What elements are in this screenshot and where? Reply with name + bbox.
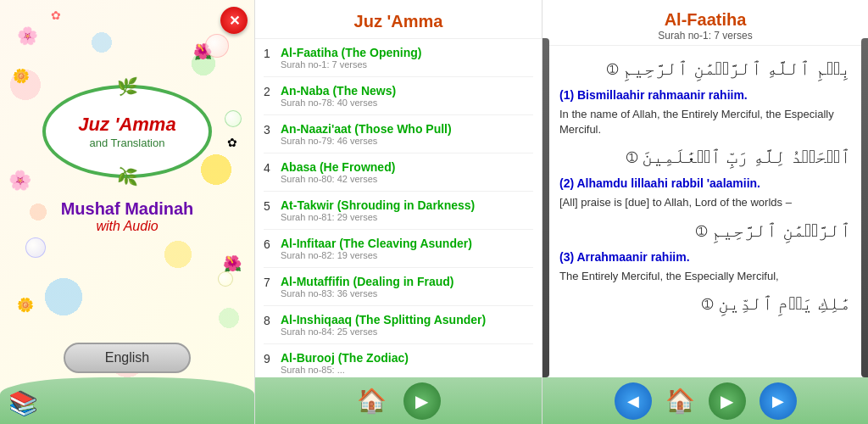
- surah-name: An-Naba (The News): [281, 84, 533, 98]
- surah-list: 1 Al-Faatiha (The Opening) Surah no-1: 7…: [255, 39, 542, 377]
- surah-number: 1: [264, 46, 281, 60]
- surah-detail: Surah no-83: 36 verses: [281, 288, 533, 298]
- verse-translation: The Entirely Merciful, the Especially Me…: [559, 269, 851, 284]
- surah-list-item[interactable]: 9 Al-Burooj (The Zodiac) Surah no-85: ..…: [264, 344, 533, 377]
- surah-list-item[interactable]: 6 Al-Infitaar (The Cleaving Asunder) Sur…: [264, 230, 533, 268]
- middle-header: Juz 'Amma: [255, 0, 542, 39]
- surah-info: An-Naazi'aat (Those Who Pull) Surah no-7…: [281, 122, 533, 146]
- surah-list-item[interactable]: 8 Al-Inshiqaaq (The Splitting Asunder) S…: [264, 306, 533, 344]
- left-panel: 🌸 ✿ 🌺 🌼 🌸 🌺 🌼 ✿ ✕ Juz 'Amma and Translat…: [0, 0, 254, 424]
- surah-name: Al-Faatiha (The Opening): [281, 46, 533, 59]
- home-icon[interactable]: 🏠: [357, 387, 387, 415]
- bubble-decoration: [205, 34, 229, 58]
- bubble-decoration: [225, 110, 242, 127]
- surah-detail: Surah no-82: 19 verses: [281, 250, 533, 260]
- surah-title: Al-Faatiha: [551, 10, 860, 30]
- verse-translation: [All] praise is [due] to Allah, Lord of …: [559, 195, 851, 210]
- surah-info: Al-Inshiqaaq (The Splitting Asunder) Sur…: [281, 313, 533, 337]
- close-button[interactable]: ✕: [220, 7, 248, 34]
- surah-name: Al-Inshiqaaq (The Splitting Asunder): [281, 313, 533, 326]
- surah-info: Al-Burooj (The Zodiac) Surah no-85: ...: [281, 351, 533, 375]
- verse-content: بِسۡمِ ٱللَّهِ ٱلرَّحۡمَٰنِ ٱلرَّحِيمِ ①…: [542, 46, 868, 377]
- surah-name: An-Naazi'aat (Those Who Pull): [281, 122, 533, 136]
- surah-number: 5: [264, 198, 281, 213]
- ground-decoration: [0, 377, 254, 424]
- arabic-verse: ٱلۡحَمۡدُ لِلَّهِ رَبِّ ٱلۡعَٰلَمِينَ ①: [559, 142, 851, 171]
- surah-number: 7: [264, 275, 281, 289]
- surah-number: 8: [264, 313, 281, 327]
- flower-decoration: 🌸: [8, 170, 31, 192]
- app-title: Juz 'Amma: [78, 114, 175, 136]
- phone-bar-right: [861, 38, 868, 377]
- play-button-right[interactable]: ▶: [709, 382, 746, 420]
- flower-decoration: 🌸: [17, 25, 38, 46]
- flower-decoration: ✿: [51, 8, 61, 22]
- home-icon-right[interactable]: 🏠: [665, 387, 695, 415]
- surah-list-item[interactable]: 1 Al-Faatiha (The Opening) Surah no-1: 7…: [264, 39, 533, 77]
- surah-detail: Surah no-81: 29 verses: [281, 212, 533, 222]
- surah-info: At-Takwir (Shrouding in Darkness) Surah …: [281, 198, 533, 222]
- surah-detail: Surah no-80: 42 verses: [281, 174, 533, 184]
- mushaf-line2: with Audio: [34, 219, 220, 234]
- surah-number: 2: [264, 84, 281, 98]
- surah-name: Al-Infitaar (The Cleaving Asunder): [281, 237, 533, 250]
- arabic-verse: ٱلرَّحۡمَٰنِ ٱلرَّحِيمِ ①: [559, 216, 851, 245]
- surah-detail: Surah no-78: 40 verses: [281, 98, 533, 108]
- surah-name: At-Takwir (Shrouding in Darkness): [281, 198, 533, 212]
- app-title-oval: Juz 'Amma and Translation: [42, 85, 212, 178]
- middle-nav-bar: 🏠 ▶: [255, 377, 542, 424]
- surah-info: Abasa (He Frowned) Surah no-80: 42 verse…: [281, 160, 533, 184]
- flower-decoration: ✿: [227, 136, 237, 149]
- phone-bar-left: [542, 38, 549, 377]
- right-wrapper: Al-Faatiha Surah no-1: 7 verses بِسۡمِ ٱ…: [542, 0, 868, 424]
- verse-label: (3) Arrahmaanir rahiim.: [559, 250, 851, 264]
- surah-list-item[interactable]: 2 An-Naba (The News) Surah no-78: 40 ver…: [264, 77, 533, 115]
- surah-number: 3: [264, 122, 281, 137]
- surah-detail: Surah no-85: ...: [281, 365, 533, 375]
- surah-list-item[interactable]: 3 An-Naazi'aat (Those Who Pull) Surah no…: [264, 115, 533, 153]
- arabic-verse: مَٰلِكِ يَوۡمِ ٱلدِّينِ ①: [559, 289, 851, 318]
- forward-button[interactable]: ▶: [760, 382, 797, 420]
- surah-info: Al-Infitaar (The Cleaving Asunder) Surah…: [281, 237, 533, 260]
- flower-decoration: 🌼: [13, 68, 30, 84]
- verse-translation: In the name of Allah, the Entirely Merci…: [559, 107, 851, 137]
- surah-info: Al-Mutaffifin (Dealing in Fraud) Surah n…: [281, 275, 533, 298]
- verse-label: (1) Bismillaahir rahmaanir rahiim.: [559, 88, 851, 102]
- surah-info: An-Naba (The News) Surah no-78: 40 verse…: [281, 84, 533, 108]
- right-nav-bar: ◀ 🏠 ▶ ▶: [542, 377, 868, 424]
- surah-name: Abasa (He Frowned): [281, 160, 533, 174]
- surah-list-item[interactable]: 7 Al-Mutaffifin (Dealing in Fraud) Surah…: [264, 268, 533, 306]
- surah-name: Al-Burooj (The Zodiac): [281, 351, 533, 365]
- surah-number: 9: [264, 351, 281, 365]
- play-button[interactable]: ▶: [403, 382, 441, 420]
- back-button[interactable]: ◀: [615, 382, 652, 420]
- verse-label: (2) Alhamdu lillaahi rabbil 'aalamiin.: [559, 176, 851, 190]
- surah-detail: Surah no-79: 46 verses: [281, 136, 533, 146]
- surah-subtitle: Surah no-1: 7 verses: [551, 30, 860, 42]
- surah-number: 4: [264, 160, 281, 175]
- arabic-verse: بِسۡمِ ٱللَّهِ ٱلرَّحۡمَٰنِ ٱلرَّحِيمِ ①: [559, 54, 851, 83]
- book-icon[interactable]: 📚: [8, 389, 38, 417]
- language-button[interactable]: English: [64, 343, 191, 373]
- flower-decoration: 🌼: [17, 297, 34, 313]
- mushaf-title: Mushaf Madinah with Audio: [34, 199, 220, 234]
- app-subtitle: and Translation: [90, 137, 165, 149]
- surah-name: Al-Mutaffifin (Dealing in Fraud): [281, 275, 533, 288]
- right-panel: Al-Faatiha Surah no-1: 7 verses بِسۡمِ ٱ…: [542, 0, 868, 424]
- bubble-decoration: [25, 237, 46, 258]
- surah-detail: Surah no-84: 25 verses: [281, 326, 533, 337]
- bubble-decoration: [218, 271, 233, 287]
- middle-panel: Juz 'Amma 1 Al-Faatiha (The Opening) Sur…: [254, 0, 542, 424]
- surah-list-item[interactable]: 4 Abasa (He Frowned) Surah no-80: 42 ver…: [264, 153, 533, 192]
- surah-number: 6: [264, 237, 281, 251]
- surah-list-item[interactable]: 5 At-Takwir (Shrouding in Darkness) Sura…: [264, 192, 533, 230]
- flower-decoration: 🌺: [223, 254, 242, 273]
- mushaf-line1: Mushaf Madinah: [34, 199, 220, 219]
- surah-info: Al-Faatiha (The Opening) Surah no-1: 7 v…: [281, 46, 533, 70]
- middle-title: Juz 'Amma: [264, 12, 533, 31]
- right-header: Al-Faatiha Surah no-1: 7 verses: [542, 0, 868, 46]
- surah-detail: Surah no-1: 7 verses: [281, 59, 533, 70]
